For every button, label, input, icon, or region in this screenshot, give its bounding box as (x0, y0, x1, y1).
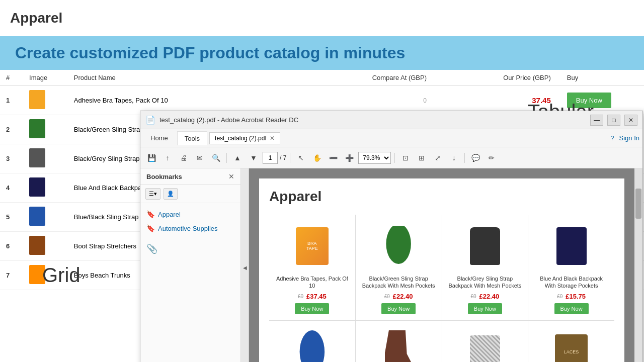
bookmarks-title: Bookmarks (146, 173, 182, 180)
close-button[interactable]: ✕ (624, 115, 637, 126)
bookmark-automotive[interactable]: 🔖 Automotive Supplies (144, 221, 236, 235)
help-icon[interactable]: ? (610, 134, 614, 142)
bookmark-add-btn[interactable]: 👤 (164, 188, 178, 200)
maximize-button[interactable]: □ (607, 115, 620, 126)
save-button[interactable]: 💾 (144, 151, 158, 165)
pdf-product-name: Blue And Black Backpack With Storage Poc… (534, 275, 608, 290)
pdf-title-bar: 📄 test_catalog (2).pdf - Adobe Acrobat R… (140, 111, 642, 129)
next-page-button[interactable]: ▼ (247, 151, 261, 165)
promo-text: Create customized PDF product catalog in… (15, 44, 629, 62)
pdf-product-card: Boys Beach Trunks £0 £8.99 Buy Now (442, 321, 528, 362)
sign-in-link[interactable]: Sign In (619, 134, 639, 142)
print-button[interactable]: 🖨 (177, 151, 191, 165)
highlight-button[interactable]: ✏ (485, 151, 499, 165)
row-num: 3 (0, 144, 23, 173)
row-img (23, 203, 68, 232)
pdf-scrollbar-thumb[interactable] (635, 189, 641, 219)
doc-tab-close[interactable]: ✕ (270, 135, 275, 142)
pdf-file-icon: 📄 (145, 115, 155, 125)
pdf-sidebar: Bookmarks ✕ ☰▾ 👤 🔖 Apparel 🔖 Automotive … (140, 168, 241, 362)
pdf-window-title: test_catalog (2).pdf - Adobe Acrobat Rea… (159, 116, 298, 124)
email-button[interactable]: ✉ (193, 151, 207, 165)
zoom-out-button[interactable]: ➖ (326, 151, 340, 165)
bookmark-apparel-icon: 🔖 (146, 210, 155, 218)
comment-button[interactable]: 💬 (468, 151, 482, 165)
pdf-buy-button[interactable]: Buy Now (554, 303, 589, 314)
pdf-scroll-area[interactable]: Apparel BRATAPE Adhesive Bra Tapes, Pack… (249, 168, 634, 362)
doc-tab-label: test_catalog (2).pdf (215, 135, 267, 142)
pdf-product-prices: £0 £22.40 (384, 293, 413, 300)
pdf-product-prices: £0 £37.45 (298, 293, 327, 300)
col-image: Image (23, 70, 68, 86)
pdf-page: Apparel BRATAPE Adhesive Bra Tapes, Pack… (259, 178, 624, 362)
fit-width-button[interactable]: ⊡ (398, 151, 413, 165)
pdf-product-prices: £0 £22.40 (470, 293, 499, 300)
tab-home[interactable]: Home (143, 131, 175, 145)
pdf-scrollbar[interactable] (634, 168, 642, 362)
row-num: 7 (0, 261, 23, 290)
fit-page-button[interactable]: ⊞ (415, 151, 429, 165)
pdf-our-price: £22.40 (479, 293, 500, 300)
prev-page-button[interactable]: ▲ (230, 151, 245, 165)
pdf-product-img (373, 327, 424, 362)
bookmark-list-btn[interactable]: ☰▾ (145, 188, 160, 200)
pdf-title-left: 📄 test_catalog (2).pdf - Adobe Acrobat R… (145, 115, 298, 125)
select-tool-button[interactable]: ↖ (294, 151, 308, 165)
pdf-tab-right: ? Sign In (610, 134, 639, 142)
toolbar-sep-1 (226, 153, 227, 163)
bookmark-automotive-label: Automotive Supplies (158, 225, 218, 232)
pdf-our-price: £15.75 (566, 293, 586, 300)
pdf-product-card: Black/Green Sling Strap Backpack With Me… (356, 215, 442, 320)
pdf-toolbar: 💾 ↑ 🖨 ✉ 🔍 ▲ ▼ 1 / 7 ↖ ✋ ➖ ➕ 79.3% 50% 75… (140, 147, 642, 168)
col-name: Product Name (68, 70, 318, 86)
col-num: # (0, 70, 23, 86)
pdf-product-card: LACES Brown Shoe Laces £0 £3.50 Buy Now (528, 321, 614, 362)
pdf-compare-price: £0 (557, 294, 562, 299)
bookmark-automotive-icon: 🔖 (146, 224, 155, 232)
toolbar-sep-2 (290, 153, 290, 163)
extract-button[interactable]: ↓ (447, 151, 461, 165)
pdf-buy-button[interactable]: Buy Now (468, 303, 502, 314)
sidebar-collapse-btn[interactable]: ◀ (241, 168, 249, 362)
pdf-page-title: Apparel (269, 189, 614, 205)
share-button[interactable]: ↑ (160, 151, 175, 165)
pdf-main: Apparel BRATAPE Adhesive Bra Tapes, Pack… (249, 168, 634, 362)
row-num: 4 (0, 173, 23, 203)
row-img (23, 144, 68, 173)
pdf-compare-price: £0 (470, 294, 476, 299)
tab-document[interactable]: test_catalog (2).pdf ✕ (209, 132, 280, 144)
search-button[interactable]: 🔍 (209, 151, 223, 165)
pdf-content: Bookmarks ✕ ☰▾ 👤 🔖 Apparel 🔖 Automotive … (140, 168, 642, 362)
pdf-buy-button[interactable]: Buy Now (295, 303, 329, 314)
minimize-button[interactable]: — (590, 115, 603, 126)
pdf-product-img (546, 221, 597, 271)
pdf-product-img (460, 221, 510, 271)
pdf-product-card: Blue/Black Sling Strap Backpack With Mes… (269, 321, 355, 362)
bg-header: Apparel (0, 0, 644, 36)
grid-label: Grid (42, 264, 80, 287)
pdf-our-price: £37.45 (306, 293, 327, 300)
page-number-input[interactable]: 1 (263, 152, 278, 164)
pdf-product-card: Boot Strap Stretchers £0 £12.50 Buy Now (356, 321, 442, 362)
toolbar-sep-4 (464, 153, 465, 163)
sidebar-close-button[interactable]: ✕ (228, 172, 234, 180)
attachment-icon[interactable]: 📎 (140, 239, 240, 258)
col-price: Our Price (GBP) (467, 70, 561, 86)
pdf-product-card: Black/Grey Sling Strap Backpack With Mes… (442, 215, 528, 320)
pdf-product-img (287, 327, 337, 362)
zoom-in-button[interactable]: ➕ (342, 151, 356, 165)
row-num: 2 (0, 115, 23, 144)
bookmark-apparel[interactable]: 🔖 Apparel (144, 207, 236, 221)
row-img (23, 173, 68, 203)
pdf-product-img (373, 221, 424, 271)
pdf-buy-button[interactable]: Buy Now (381, 303, 416, 314)
pdf-compare-price: £0 (384, 294, 390, 299)
pdf-our-price: £22.40 (393, 293, 413, 300)
zoom-select[interactable]: 79.3% 50% 75% 100% 125% 150% (358, 152, 391, 164)
pan-tool-button[interactable]: ✋ (310, 151, 324, 165)
col-buy: Buy (561, 70, 644, 86)
rotate-button[interactable]: ⤢ (431, 151, 445, 165)
pdf-title-controls[interactable]: — □ ✕ (590, 115, 637, 126)
pdf-product-name: Black/Grey Sling Strap Backpack With Mes… (448, 275, 522, 290)
tab-tools[interactable]: Tools (177, 131, 207, 145)
